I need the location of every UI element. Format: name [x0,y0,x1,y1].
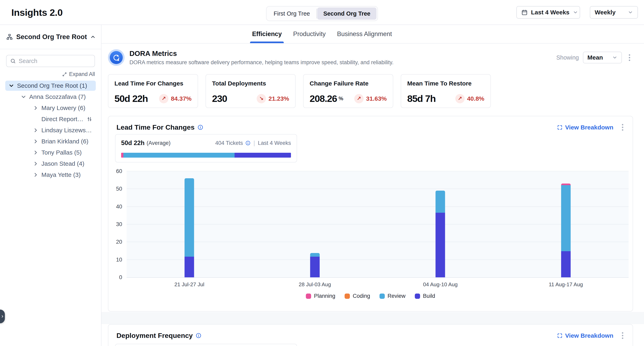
metric-card-mean-time-to-restore: Mean Time To Restore 85d 7h ↗ 40.8% [401,74,491,108]
trend-arrow-icon: ↗ [159,94,168,103]
chevron-right-icon[interactable] [32,105,39,111]
chevron-right-icon[interactable] [32,138,39,145]
lead-time-section: Lead Time For Changes View Breakdown [108,116,633,312]
info-icon[interactable] [196,333,202,339]
org-tree-toggle: First Org Tree Second Org Tree [266,6,378,21]
chevron-right-icon[interactable] [32,172,39,178]
granularity-dropdown[interactable]: Weekly [590,6,638,19]
tree-item-maya-yette[interactable]: Maya Yette (3) [5,170,96,180]
expand-all-button[interactable]: Expand All [6,71,95,77]
info-icon[interactable] [198,124,203,130]
deployment-more-menu[interactable] [619,331,626,340]
dora-icon [108,49,124,66]
dora-more-menu[interactable] [626,53,633,62]
view-breakdown-button[interactable]: View Breakdown [557,332,613,339]
chart-legend: PlanningCodingReviewBuild [306,293,435,299]
legend-item-build[interactable]: Build [415,293,435,299]
tab-business-alignment[interactable]: Business Alignment [336,25,393,43]
main-panel: Efficiency Productivity Business Alignme… [102,25,644,346]
tree-item-second-org-tree-root[interactable]: Second Org Tree Root (1) [5,81,96,91]
bar-segment-planning [561,183,570,185]
legend-swatch [306,294,311,299]
tab-efficiency[interactable]: Efficiency [251,25,282,43]
tree-item-direct-reports[interactable]: Direct Reports of A... [5,114,96,124]
summary-period: Last 4 Weeks [258,140,291,146]
search-icon [10,58,16,64]
gridline [126,206,628,207]
tree-item-mary-lowery[interactable]: Mary Lowery (6) [5,103,96,113]
chevron-right-icon[interactable] [32,161,39,167]
stacked-bar[interactable] [436,191,445,277]
legend-item-review[interactable]: Review [380,293,406,299]
metric-cards: Lead Time For Changes 50d 22h ↗ 84.37% T… [108,74,491,108]
distribution-segment-planning [121,153,123,158]
org-tree-sidebar: Second Org Tree Root Expand All Second O… [0,25,102,346]
tree-item-lindsay-liszewski[interactable]: Lindsay Liszewski (8) [5,125,96,135]
dora-description: DORA metrics measure software delivery p… [130,59,394,66]
average-label: (Average) [146,140,170,146]
legend-item-coding[interactable]: Coding [344,293,370,299]
aggregation-dropdown[interactable]: Mean [583,52,622,63]
trend-badge: ↗ 31.63% [354,94,387,103]
legend-label: Review [388,293,406,299]
stacked-bar[interactable] [310,253,320,277]
tree-item-anna-scozzafava[interactable]: Anna Scozzafava (7) [5,92,96,102]
view-breakdown-button[interactable]: View Breakdown [557,124,613,131]
filter-icon[interactable] [86,116,92,122]
y-tick-label: 10 [116,256,122,263]
distribution-segment-review [123,153,234,158]
tabs-row: Efficiency Productivity Business Alignme… [102,25,644,43]
bar-segment-review [561,185,570,251]
dora-header: DORA Metrics DORA metrics measure softwa… [108,49,633,66]
search-input[interactable] [19,58,91,64]
collapse-panel-chevron-up-icon[interactable] [90,34,96,40]
stacked-bar[interactable] [561,183,570,277]
legend-item-planning[interactable]: Planning [306,293,335,299]
info-icon[interactable] [245,140,250,146]
sidebar-title: Second Org Tree Root [16,33,87,41]
tree-item-brian-kirkland[interactable]: Brian Kirkland (6) [5,136,96,147]
bar-segment-build [185,257,194,277]
trend-badge: ↗ 40.8% [455,94,484,103]
tree-item-tony-pallas[interactable]: Tony Pallas (5) [5,148,96,158]
date-range-value: Last 4 Weeks [531,9,570,16]
toggle-divider [316,9,317,18]
bar-segment-review [436,191,445,213]
deployment-frequency-title: Deployment Frequency [116,332,193,340]
showing-label: Showing [556,54,579,61]
aggregation-value: Mean [588,54,603,61]
expand-corners-icon [557,125,563,130]
toggle-second-org-tree[interactable]: Second Org Tree [317,7,376,20]
x-tick-label: 11 Aug-17 Aug [549,281,583,288]
sidebar-header: Second Org Tree Root [0,25,101,49]
metric-card-change-failure-rate: Change Failure Rate 208.26 % ↗ 31.63% [303,74,393,108]
chevron-down-icon[interactable] [8,83,14,89]
distribution-segment-build [234,153,291,158]
chevron-down-icon[interactable] [20,94,27,100]
chevron-down-icon [573,10,578,15]
dora-title: DORA Metrics [130,49,394,57]
app-title: Insights 2.0 [11,7,63,18]
tab-productivity[interactable]: Productivity [292,25,326,43]
tree-item-jason-stead[interactable]: Jason Stead (4) [5,159,96,169]
trend-arrow-icon: ↗ [354,94,364,103]
sidebar-search [6,55,95,67]
chevron-right-icon[interactable] [32,127,39,133]
chevron-down-icon [628,10,633,15]
stacked-bar[interactable] [185,178,194,277]
lead-time-more-menu[interactable] [619,123,626,132]
metric-card-total-deployments: Total Deployments 230 ↘ 21.23% [206,74,296,108]
phase-distribution-bar [121,153,291,158]
gridline [126,224,628,224]
top-bar: Insights 2.0 First Org Tree Second Org T… [0,0,644,25]
chevron-right-icon[interactable] [32,150,39,156]
y-tick-label: 50 [116,186,122,192]
x-tick-label: 21 Jul-27 Jul [174,281,204,288]
trend-arrow-icon: ↘ [257,94,266,103]
date-range-dropdown[interactable]: Last 4 Weeks [516,6,580,19]
gridline [126,260,628,260]
bar-segment-build [436,213,445,277]
legend-label: Coding [353,293,370,299]
lead-time-title: Lead Time For Changes [116,123,194,131]
toggle-first-org-tree[interactable]: First Org Tree [268,7,316,20]
